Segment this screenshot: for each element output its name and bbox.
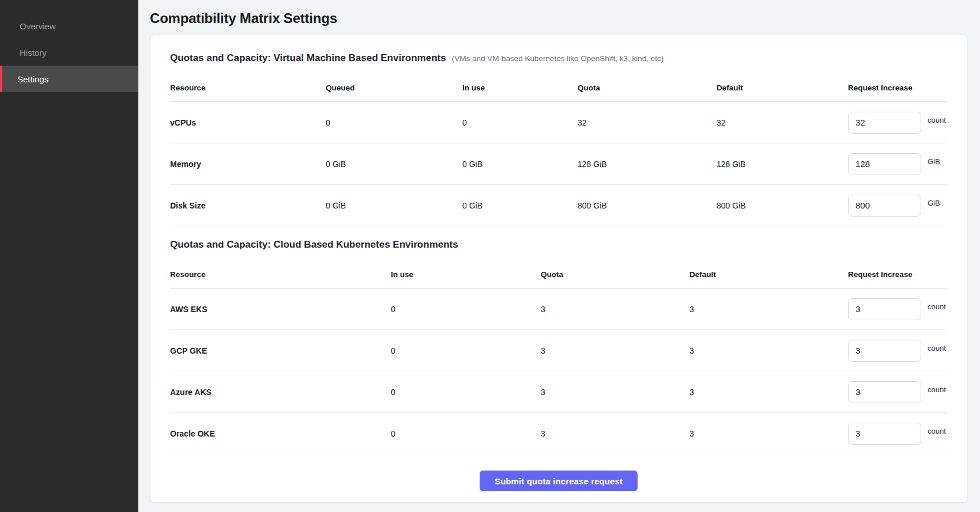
quota-value: 800 GiB [578, 201, 717, 210]
resource-name: AWS EKS [170, 305, 391, 314]
column-header-resource: Resource [170, 270, 391, 279]
unit-label: count [928, 302, 946, 311]
oracle-oke-request-input[interactable] [848, 423, 921, 445]
azure-aks-request-input[interactable] [848, 381, 921, 403]
table-row-aws-eks: AWS EKS 0 3 3 count [170, 289, 947, 330]
in-use-value: 0 [391, 429, 541, 438]
sidebar-item-history[interactable]: History [0, 39, 138, 66]
resource-name: Disk Size [170, 201, 326, 210]
memory-request-input[interactable] [848, 153, 921, 175]
sidebar-item-overview[interactable]: Overview [0, 13, 138, 39]
section-heading-cloud: Quotas and Capacity: Cloud Based Kuberne… [170, 239, 458, 251]
gcp-gke-request-input[interactable] [848, 340, 921, 362]
quota-value: 3 [541, 305, 689, 314]
default-value: 128 GiB [717, 160, 848, 169]
column-header-request-increase: Request Increase [848, 84, 947, 92]
page-title: Compatibility Matrix Settings [150, 10, 967, 26]
footer-row: Submit quota increase request [170, 454, 947, 491]
in-use-value: 0 [391, 346, 541, 355]
sidebar-item-settings[interactable]: Settings [0, 66, 138, 92]
default-value: 3 [689, 305, 848, 314]
in-use-value: 0 GiB [462, 160, 578, 169]
aws-eks-request-input[interactable] [848, 298, 921, 320]
in-use-value: 0 [391, 305, 541, 314]
quota-value: 3 [541, 346, 689, 355]
column-header-default: Default [689, 270, 848, 279]
cloud-table-header-row: Resource In use Quota Default Request In… [170, 261, 947, 289]
vcpus-request-input[interactable] [848, 112, 921, 134]
default-value: 3 [689, 388, 848, 397]
in-use-value: 0 GiB [462, 201, 578, 210]
quota-value: 128 GiB [578, 160, 717, 169]
submit-quota-increase-button[interactable]: Submit quota increase request [480, 471, 638, 491]
disk-size-request-input[interactable] [848, 195, 921, 217]
section-cloud-kubernetes: Quotas and Capacity: Cloud Based Kuberne… [170, 239, 947, 454]
quotas-card: Quotas and Capacity: Virtual Machine Bas… [150, 35, 967, 503]
sidebar: Overview History Settings [0, 0, 138, 512]
in-use-value: 0 [391, 388, 541, 397]
column-header-in-use: In use [462, 84, 578, 92]
table-row-disk-size: Disk Size 0 GiB 0 GiB 800 GiB 800 GiB Gi… [170, 185, 947, 226]
table-row-oracle-oke: Oracle OKE 0 3 3 count [170, 413, 947, 454]
quota-value: 32 [578, 118, 717, 127]
resource-name: Memory [170, 160, 326, 169]
quota-value: 3 [541, 388, 689, 397]
column-header-quota: Quota [578, 84, 717, 92]
queued-value: 0 GiB [326, 201, 462, 210]
resource-name: Oracle OKE [170, 429, 391, 438]
resource-name: vCPUs [170, 118, 326, 127]
main-content: Compatibility Matrix Settings Quotas and… [138, 0, 980, 512]
unit-label: GiB [928, 199, 940, 207]
section-subtitle-vm: (VMs and VM-based Kubernetes like OpenSh… [452, 54, 664, 63]
table-row-azure-aks: Azure AKS 0 3 3 count [170, 371, 947, 413]
default-value: 800 GiB [717, 201, 848, 210]
column-header-quota: Quota [541, 270, 689, 279]
resource-name: Azure AKS [170, 388, 391, 397]
queued-value: 0 GiB [326, 160, 462, 169]
vm-table-header-row: Resource Queued In use Quota Default Req… [170, 74, 947, 102]
table-row-memory: Memory 0 GiB 0 GiB 128 GiB 128 GiB GiB [170, 143, 947, 185]
column-header-resource: Resource [170, 84, 326, 92]
quota-value: 3 [541, 429, 689, 438]
section-heading-vm: Quotas and Capacity: Virtual Machine Bas… [170, 52, 446, 64]
table-row-vcpus: vCPUs 0 0 32 32 count [170, 102, 947, 143]
column-header-default: Default [717, 84, 848, 92]
column-header-request-increase: Request Increase [848, 270, 947, 279]
in-use-value: 0 [462, 118, 578, 127]
queued-value: 0 [326, 118, 462, 127]
unit-label: GiB [928, 157, 940, 166]
table-row-gcp-gke: GCP GKE 0 3 3 count [170, 330, 947, 371]
resource-name: GCP GKE [170, 346, 391, 355]
unit-label: count [928, 344, 946, 352]
default-value: 32 [717, 118, 848, 127]
unit-label: count [928, 116, 946, 124]
column-header-in-use: In use [391, 270, 541, 279]
section-vm-environments: Quotas and Capacity: Virtual Machine Bas… [170, 52, 947, 226]
default-value: 3 [689, 429, 848, 438]
column-header-queued: Queued [326, 84, 462, 92]
default-value: 3 [689, 346, 848, 355]
unit-label: count [928, 385, 946, 394]
unit-label: count [928, 427, 946, 435]
